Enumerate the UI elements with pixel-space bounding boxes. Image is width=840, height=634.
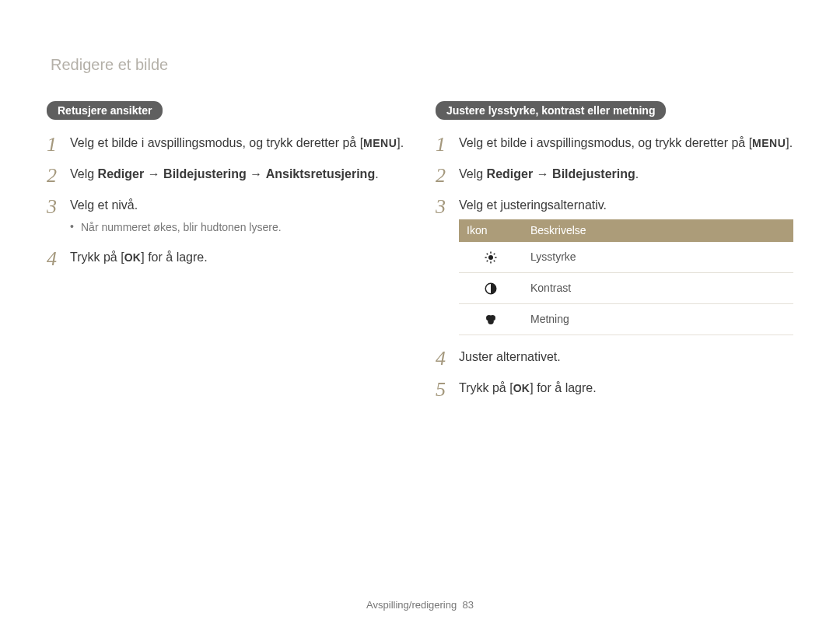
right-step-1: Velg et bilde i avspillingsmodus, og try…	[436, 134, 793, 152]
svg-line-6	[494, 261, 495, 262]
text: .	[789, 136, 793, 149]
suffix: .	[375, 167, 378, 180]
icon-table: Ikon Beskrivelse Lysstyrke	[459, 219, 793, 335]
footer-page-number: 83	[462, 599, 473, 611]
text: Trykk på	[459, 381, 509, 394]
ok-button-label: OK	[513, 380, 530, 397]
brightness-icon	[484, 249, 498, 264]
right-column: Justere lysstyrke, kontrast eller metnin…	[436, 101, 793, 410]
text: Velg et bilde i avspillingsmodus, og try…	[70, 136, 360, 149]
right-step-2: Velg Rediger → Bildejustering.	[436, 165, 793, 184]
menu-button-label: MENU	[752, 135, 786, 152]
table-row: Kontrast	[459, 273, 793, 304]
right-step-5: Trykk på [OK] for å lagre.	[436, 379, 793, 398]
suffix: .	[635, 167, 639, 180]
table-row: Lysstyrke	[459, 242, 793, 273]
svg-line-7	[487, 261, 488, 262]
menu-button-label: MENU	[363, 135, 397, 152]
page-footer: Avspilling/redigering 83	[0, 599, 840, 611]
left-step-4: Trykk på [OK] for å lagre.	[47, 248, 404, 267]
right-steps: Velg et bilde i avspillingsmodus, og try…	[436, 134, 793, 398]
page-title: Redigere et bilde	[51, 56, 168, 74]
contrast-icon	[484, 280, 498, 296]
table-row: Metning	[459, 304, 793, 335]
th-desc: Beskrivelse	[523, 219, 793, 242]
ok-button-label: OK	[124, 250, 142, 266]
saturation-icon	[484, 311, 498, 327]
text: Velg et justeringsalternativ.	[459, 198, 607, 212]
path-1: Bildejustering	[552, 167, 635, 180]
footer-section: Avspilling/redigering	[366, 599, 457, 611]
path-0: Rediger	[98, 167, 145, 180]
path-0: Rediger	[487, 167, 534, 180]
left-step-2: Velg Rediger → Bildejustering → Ansiktsr…	[47, 165, 404, 184]
cell-label: Metning	[523, 304, 793, 335]
text: .	[401, 136, 404, 149]
right-step-4: Juster alternativet.	[436, 348, 793, 366]
cell-label: Lysstyrke	[523, 242, 793, 273]
text: for å lagre.	[145, 250, 208, 264]
text: Velg et bilde i avspillingsmodus, og try…	[459, 136, 749, 149]
text: Trykk på	[70, 250, 121, 264]
left-step-1: Velg et bilde i avspillingsmodus, og try…	[47, 134, 404, 152]
left-column: Retusjere ansikter Velg et bilde i avspi…	[47, 101, 404, 410]
path-2: Ansiktsretusjering	[266, 167, 375, 180]
right-step-3: Velg et justeringsalternativ. Ikon Beskr…	[436, 196, 793, 335]
svg-point-12	[488, 319, 494, 325]
svg-point-0	[488, 255, 493, 260]
section-heading-right: Justere lysstyrke, kontrast eller metnin…	[436, 101, 666, 120]
text: Velg	[70, 167, 98, 180]
text: Velg et nivå.	[70, 198, 138, 212]
left-steps: Velg et bilde i avspillingsmodus, og try…	[47, 134, 404, 267]
text: for å lagre.	[534, 381, 597, 394]
left-step-3: Velg et nivå. Når nummeret økes, blir hu…	[47, 196, 404, 236]
th-icon: Ikon	[459, 219, 523, 242]
svg-line-8	[494, 254, 495, 255]
bullet: Når nummeret økes, blir hudtonen lysere.	[70, 219, 404, 236]
cell-label: Kontrast	[523, 273, 793, 304]
text: Juster alternativet.	[459, 350, 561, 363]
text: Velg	[459, 167, 487, 180]
path-1: Bildejustering	[163, 167, 247, 180]
svg-line-5	[487, 254, 488, 255]
section-heading-left: Retusjere ansikter	[47, 101, 163, 120]
